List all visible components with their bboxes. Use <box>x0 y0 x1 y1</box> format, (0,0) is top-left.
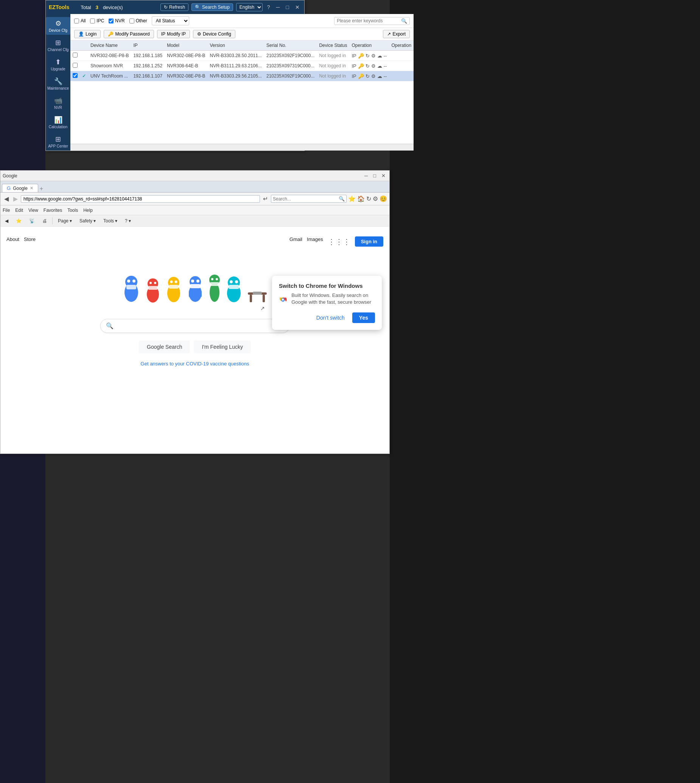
device-config-button[interactable]: ⚙ Device Config <box>193 30 235 38</box>
menu-help[interactable]: Help <box>83 208 93 213</box>
row3-status: Not logged in <box>317 71 349 81</box>
toolbar-help-btn[interactable]: ? ▾ <box>123 218 133 224</box>
sidebar-item-maintenance[interactable]: 🔧 Maintenance <box>46 75 70 93</box>
filter-nvr-checkbox[interactable] <box>108 18 113 23</box>
new-tab-button[interactable]: + <box>38 185 45 192</box>
home-button[interactable]: 🏠 <box>357 195 365 202</box>
covid-link[interactable]: Get answers to your COVID-19 vaccine que… <box>141 361 249 367</box>
google-search-button[interactable]: Google Search <box>139 340 190 353</box>
login-button[interactable]: 👤 Login <box>74 30 101 38</box>
svg-rect-9 <box>148 286 158 290</box>
row-checkbox-cell[interactable] <box>70 51 80 61</box>
filter-nvr[interactable]: NVR <box>108 18 125 23</box>
toolbar-print-btn[interactable]: 🖨 <box>40 218 49 224</box>
op2-refresh-icon[interactable]: ↻ <box>365 63 370 69</box>
filter-all-checkbox[interactable] <box>74 18 79 23</box>
op1-more-icon[interactable]: -- <box>384 53 387 58</box>
row1-checkbox[interactable] <box>73 53 78 58</box>
help-button[interactable]: ? <box>266 3 272 11</box>
menu-file[interactable]: File <box>3 208 10 213</box>
favorites-button[interactable]: ⭐ <box>348 195 356 202</box>
settings-button[interactable]: ⚙ <box>373 195 378 202</box>
modify-password-button[interactable]: 🔑 Modify Password <box>104 30 153 38</box>
op3-refresh-icon[interactable]: ↻ <box>365 73 370 79</box>
language-select[interactable]: English <box>236 3 263 12</box>
sidebar-item-upgrade[interactable]: ⬆ Upgrade <box>46 56 70 73</box>
close-button[interactable]: ✕ <box>293 3 301 11</box>
op3-config-icon[interactable]: ⚙ <box>371 73 376 79</box>
maximize-button[interactable]: □ <box>285 3 291 11</box>
google-images-link[interactable]: Images <box>307 237 323 247</box>
share-icon[interactable]: ↗ <box>260 305 265 311</box>
google-search-input[interactable] <box>113 323 284 330</box>
op2-config-icon[interactable]: ⚙ <box>371 63 376 69</box>
menu-favorites[interactable]: Favorites <box>43 208 62 213</box>
ie-maximize-button[interactable]: □ <box>372 173 378 179</box>
sidebar-item-channel-cfg[interactable]: ⊞ Channel Cfg <box>46 36 70 54</box>
toolbar-page-btn[interactable]: Page ▾ <box>56 218 74 224</box>
tab-close-icon[interactable]: ✕ <box>30 186 33 191</box>
row-checkbox-cell[interactable] <box>70 71 80 81</box>
op3-upload-icon[interactable]: ☁ <box>377 73 382 79</box>
address-input[interactable] <box>21 195 260 203</box>
back-button[interactable]: ◀ <box>3 195 10 203</box>
filter-other-checkbox[interactable] <box>129 18 134 23</box>
op2-ip-icon[interactable]: IP <box>352 63 356 69</box>
status-filter-select[interactable]: All Status <box>152 16 189 25</box>
op2-upload-icon[interactable]: ☁ <box>377 63 382 69</box>
op1-refresh-icon[interactable]: ↻ <box>365 53 370 58</box>
table-scrollbar-area[interactable] <box>70 144 413 150</box>
sidebar-item-nvr[interactable]: 📹 NVR <box>46 94 70 112</box>
row3-checkbox[interactable] <box>73 73 78 78</box>
google-gmail-link[interactable]: Gmail <box>290 237 302 247</box>
row2-checkbox[interactable] <box>73 63 78 68</box>
op1-ip-icon[interactable]: IP <box>352 53 356 58</box>
dont-switch-button[interactable]: Don't switch <box>313 312 348 323</box>
ie-tab-google[interactable]: G Google ✕ <box>2 184 38 192</box>
filter-ipc[interactable]: IPC <box>90 18 104 23</box>
yes-switch-button[interactable]: Yes <box>352 312 375 323</box>
modify-ip-button[interactable]: IP Modify IP <box>157 30 190 38</box>
row-checkbox-cell[interactable] <box>70 61 80 71</box>
google-apps-icon[interactable]: ⋮⋮⋮ <box>328 237 350 247</box>
refresh-addr-button[interactable]: ↻ <box>366 195 371 202</box>
export-button[interactable]: ↗ Export <box>383 30 410 38</box>
google-store-link[interactable]: Store <box>24 237 35 247</box>
ie-minimize-button[interactable]: ─ <box>363 173 369 179</box>
op2-key-icon[interactable]: 🔑 <box>358 63 364 69</box>
op1-config-icon[interactable]: ⚙ <box>371 53 376 58</box>
menu-tools[interactable]: Tools <box>67 208 78 213</box>
go-button[interactable]: ↵ <box>262 195 269 203</box>
smiley-button[interactable]: 😊 <box>380 195 387 202</box>
google-signin-button[interactable]: Sign in <box>355 237 383 247</box>
toolbar-back-btn[interactable]: ◀ <box>3 218 11 224</box>
browser-search-input[interactable] <box>273 196 338 202</box>
toolbar-star-btn[interactable]: ⭐ <box>13 218 24 224</box>
filter-ipc-checkbox[interactable] <box>90 18 95 23</box>
feeling-lucky-button[interactable]: I'm Feeling Lucky <box>194 340 251 353</box>
toolbar-rss-btn[interactable]: 📡 <box>27 218 37 224</box>
forward-button[interactable]: ▶ <box>12 195 19 203</box>
ie-close-button[interactable]: ✕ <box>380 173 387 179</box>
sidebar-item-app-center[interactable]: ⊞ APP Center <box>46 133 70 150</box>
op3-more-icon[interactable]: -- <box>384 73 387 79</box>
op3-ip-icon[interactable]: IP <box>352 73 356 79</box>
op3-key-icon[interactable]: 🔑 <box>358 73 364 79</box>
filter-all[interactable]: All <box>74 18 85 23</box>
sidebar-item-calculation[interactable]: 📊 Calculation <box>46 113 70 131</box>
op2-more-icon[interactable]: -- <box>384 63 387 69</box>
keyword-search-input[interactable] <box>337 18 401 23</box>
minimize-button[interactable]: ─ <box>275 3 282 11</box>
filter-other[interactable]: Other <box>129 18 147 23</box>
search-setup-button[interactable]: 🔍 Search Setup <box>192 3 233 11</box>
sidebar-item-device-cfg[interactable]: ⚙ Device Cfg <box>46 17 70 35</box>
refresh-button[interactable]: ↻ Refresh <box>160 3 188 11</box>
toolbar-tools-btn[interactable]: Tools ▾ <box>101 218 120 224</box>
menu-view[interactable]: View <box>28 208 38 213</box>
eztools-window: EZTools Total 3 device(s) ↻ Refresh 🔍 Se… <box>45 0 305 151</box>
toolbar-safety-btn[interactable]: Safety ▾ <box>77 218 98 224</box>
google-about-link[interactable]: About <box>7 237 19 247</box>
menu-edit[interactable]: Edit <box>15 208 23 213</box>
op1-key-icon[interactable]: 🔑 <box>358 53 364 58</box>
op1-upload-icon[interactable]: ☁ <box>377 53 382 58</box>
